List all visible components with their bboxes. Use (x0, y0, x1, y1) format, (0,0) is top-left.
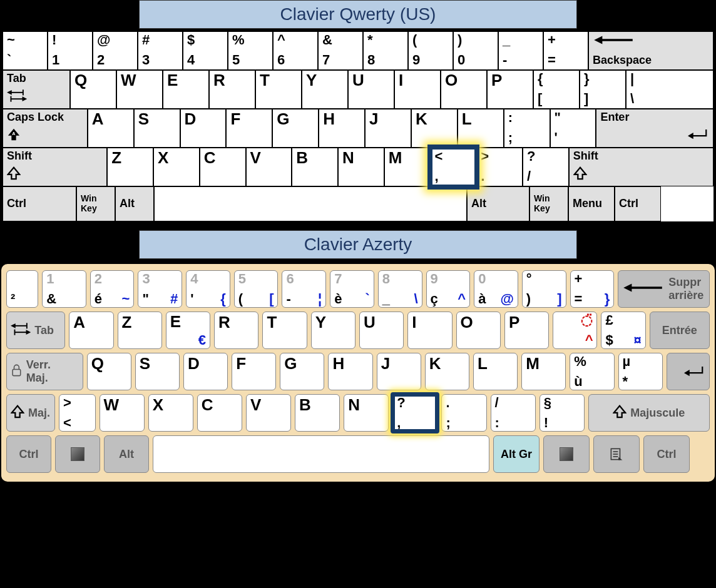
key-b[interactable]: B (292, 148, 338, 186)
key-a[interactable]: A (69, 312, 113, 349)
key-caps-lock[interactable]: Caps LockA (3, 109, 88, 148)
key-majuscule[interactable]: Majuscule (588, 394, 710, 432)
key-}[interactable]: }] (580, 70, 626, 109)
key-à[interactable]: 0à@ (474, 270, 518, 308)
key-d[interactable]: D (183, 353, 228, 390)
key-"[interactable]: "' (550, 109, 596, 148)
key-win-key[interactable]: WinKey (76, 186, 115, 221)
key-![interactable]: §! (540, 394, 585, 432)
key-ctrl[interactable]: Ctrl (6, 435, 51, 473)
key-²[interactable]: ² (6, 270, 38, 308)
key-[interactable]: ◌̈^ (553, 312, 597, 349)
key-)[interactable]: °)] (522, 270, 566, 308)
key-#[interactable]: #3 (138, 31, 183, 70)
key-space[interactable] (154, 186, 467, 221)
key-_[interactable]: 8_\ (378, 270, 422, 308)
key-alt[interactable]: Alt (467, 186, 529, 221)
key-x[interactable]: X (153, 148, 200, 186)
key-&[interactable]: 1& (42, 270, 86, 308)
key-<[interactable]: <, (431, 148, 477, 186)
key-i[interactable]: I (394, 70, 441, 109)
key-y[interactable]: Y (311, 312, 355, 349)
key-enter[interactable] (667, 353, 710, 390)
key-s[interactable]: S (135, 353, 180, 390)
key-backspace[interactable]: Backspace (588, 31, 713, 70)
key-l[interactable]: L (458, 109, 504, 148)
key-win[interactable] (55, 435, 100, 473)
key-u[interactable]: U (348, 70, 394, 109)
key-<[interactable]: >< (59, 394, 96, 432)
key-ctrl[interactable]: Ctrl (615, 186, 661, 221)
key-é[interactable]: 2é~ (90, 270, 135, 308)
key-'[interactable]: 4'{ (186, 270, 230, 308)
key-p[interactable]: P (504, 312, 549, 349)
key-enter[interactable]: Enter (596, 109, 713, 148)
key-%[interactable]: %5 (228, 31, 273, 70)
key-h[interactable]: H (328, 353, 372, 390)
key-verr-maj-[interactable]: Verr.Maj. (6, 353, 83, 390)
key-j[interactable]: J (377, 353, 421, 390)
key-menu[interactable]: Menu (568, 186, 615, 221)
key-alt-gr[interactable]: Alt Gr (493, 435, 540, 473)
key-s[interactable]: S (134, 109, 180, 148)
key-maj-[interactable]: Maj. (6, 394, 55, 432)
key-ù[interactable]: %ù (570, 353, 614, 390)
key-m[interactable]: M (384, 148, 431, 186)
key-&[interactable]: &7 (318, 31, 363, 70)
key-*[interactable]: µ* (618, 353, 663, 390)
key-+[interactable]: += (543, 31, 588, 70)
key-n[interactable]: N (338, 148, 384, 186)
key-h[interactable]: H (319, 109, 365, 148)
key-l[interactable]: L (473, 353, 518, 390)
key-shift[interactable]: Shift (569, 148, 713, 186)
key-alt[interactable]: Alt (104, 435, 149, 473)
key-|[interactable]: |\ (626, 70, 713, 109)
key-)[interactable]: )0 (453, 31, 498, 70)
key-d[interactable]: D (180, 109, 227, 148)
key-q[interactable]: Q (70, 70, 116, 109)
key-k[interactable]: K (425, 353, 469, 390)
key-f[interactable]: F (232, 353, 276, 390)
key-t[interactable]: T (255, 70, 302, 109)
key-n[interactable]: N (344, 394, 389, 432)
key-$[interactable]: $4 (183, 31, 228, 70)
key-$[interactable]: £$¤ (601, 312, 645, 349)
key-c[interactable]: C (197, 394, 242, 432)
key-([interactable]: 5([ (234, 270, 279, 308)
key-e[interactable]: E€ (166, 312, 210, 349)
key-;[interactable]: .; (441, 394, 486, 432)
key-"[interactable]: 3"# (138, 270, 182, 308)
key-win[interactable] (543, 435, 590, 473)
key-?[interactable]: ?/ (523, 148, 569, 186)
key-p[interactable]: P (487, 70, 533, 109)
key-c[interactable]: C (200, 148, 246, 186)
key-x[interactable]: X (148, 394, 193, 432)
key-v[interactable]: V (246, 148, 292, 186)
key-*[interactable]: *8 (363, 31, 408, 70)
key-@[interactable]: @2 (93, 31, 138, 70)
key-tab[interactable]: Tab (3, 70, 70, 109)
key-m[interactable]: M (521, 353, 566, 390)
key-w[interactable]: W (116, 70, 163, 109)
key-g[interactable]: G (280, 353, 324, 390)
key-suppr-arrière[interactable]: Supprarrière (618, 270, 710, 308)
key-z[interactable]: Z (107, 148, 153, 186)
key-v[interactable]: V (246, 394, 291, 432)
key-shift[interactable]: Shift (3, 148, 107, 186)
key-,[interactable]: ?, (392, 394, 437, 432)
key-f[interactable]: F (226, 109, 272, 148)
key-r[interactable]: R (209, 70, 255, 109)
key-r[interactable]: R (214, 312, 258, 349)
key-e[interactable]: E (163, 70, 209, 109)
key-y[interactable]: Y (302, 70, 348, 109)
key-ç[interactable]: 9ç^ (426, 270, 471, 308)
key-k[interactable]: K (411, 109, 458, 148)
key-o[interactable]: O (456, 312, 501, 349)
key-g[interactable]: G (272, 109, 319, 148)
key-menu[interactable] (593, 435, 640, 473)
key-t[interactable]: T (262, 312, 307, 349)
key-a[interactable]: A (88, 109, 134, 148)
key-ctrl[interactable]: Ctrl (643, 435, 690, 473)
key-ctrl[interactable]: Ctrl (3, 186, 76, 221)
key-space[interactable] (153, 435, 489, 473)
